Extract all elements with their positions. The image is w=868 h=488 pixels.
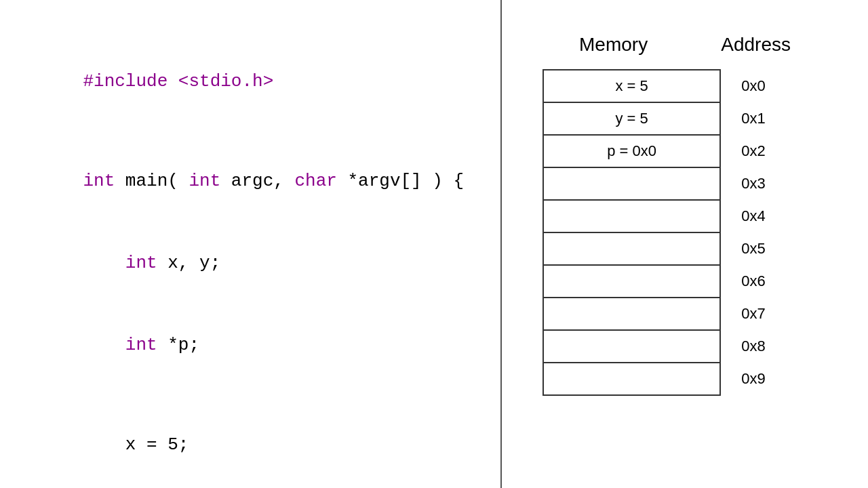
memory-cell-address: 0x3 <box>720 167 827 200</box>
memory-cell-value <box>543 363 720 395</box>
int-p-text: int *p; <box>83 335 199 355</box>
argc-text: argc, <box>220 171 294 191</box>
memory-row: 0x6 <box>543 265 827 298</box>
memory-cell-value <box>543 265 720 298</box>
memory-row: y = 50x1 <box>543 102 827 135</box>
memory-column-header: Memory <box>579 34 648 56</box>
include-text: #include <stdio.h> <box>83 71 273 92</box>
int-xy-line: int x, y; <box>41 222 460 304</box>
memory-row: p = 0x00x2 <box>543 135 827 167</box>
memory-cell-address: 0x5 <box>720 232 827 265</box>
memory-row: 0x7 <box>543 298 827 330</box>
memory-cell-value: y = 5 <box>543 102 720 135</box>
memory-cell-value <box>543 298 720 330</box>
memory-row: 0x4 <box>543 200 827 232</box>
keyword-char: char <box>294 171 336 191</box>
memory-row: 0x8 <box>543 330 827 363</box>
address-column-header: Address <box>721 34 791 56</box>
include-line: #include <stdio.h> <box>41 41 460 123</box>
memory-cell-value <box>543 200 720 232</box>
memory-cell-value: x = 5 <box>543 70 720 102</box>
argv-text: *argv[] ) { <box>337 171 464 191</box>
int-xy-text: int x, y; <box>83 253 220 273</box>
memory-cell-value <box>543 330 720 363</box>
memory-row: 0x9 <box>543 363 827 395</box>
x-assign-text: x = 5; <box>83 434 189 455</box>
memory-cell-address: 0x0 <box>720 70 827 102</box>
memory-cell-address: 0x2 <box>720 135 827 167</box>
memory-row: x = 50x0 <box>543 70 827 102</box>
main-space: main( <box>115 171 189 191</box>
memory-row: 0x5 <box>543 232 827 265</box>
memory-cell-value: p = 0x0 <box>543 135 720 167</box>
code-panel: #include <stdio.h> int main( int argc, c… <box>0 0 502 488</box>
memory-cell-address: 0x6 <box>720 265 827 298</box>
memory-cell-address: 0x8 <box>720 330 827 363</box>
memory-cell-address: 0x1 <box>720 102 827 135</box>
memory-table: x = 50x0y = 50x1p = 0x00x20x30x40x50x60x… <box>542 69 827 396</box>
memory-cell-value <box>543 167 720 200</box>
memory-header: Memory Address <box>542 34 827 56</box>
int-p-line: int *p; <box>41 304 460 386</box>
x-assign-line: x = 5; <box>41 404 460 486</box>
keyword-int-main: int <box>83 171 115 191</box>
memory-cell-address: 0x4 <box>720 200 827 232</box>
main-signature-line: int main( int argc, char *argv[] ) { <box>41 140 460 222</box>
memory-row: 0x3 <box>543 167 827 200</box>
memory-cell-address: 0x7 <box>720 298 827 330</box>
memory-cell-address: 0x9 <box>720 363 827 395</box>
keyword-int-argc: int <box>189 171 220 191</box>
p-assign-line: p = &x; <box>41 485 460 488</box>
memory-cell-value <box>543 232 720 265</box>
memory-panel: Memory Address x = 50x0y = 50x1p = 0x00x… <box>502 0 868 488</box>
